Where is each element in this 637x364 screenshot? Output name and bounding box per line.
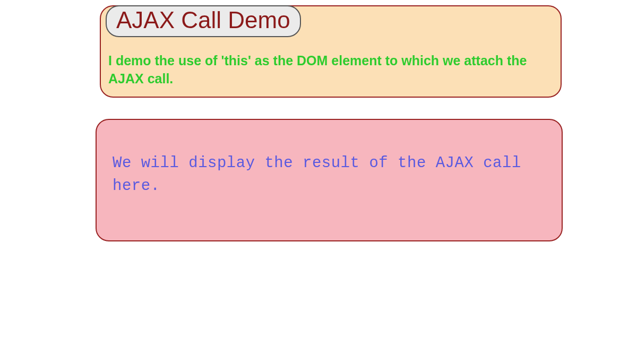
result-panel: We will display the result of the AJAX c… [96,119,563,241]
page-container: AJAX Call Demo I demo the use of 'this' … [100,5,562,241]
result-text: We will display the result of the AJAX c… [113,152,546,198]
page-title: AJAX Call Demo [116,7,290,33]
header-panel: AJAX Call Demo I demo the use of 'this' … [100,5,562,98]
header-description: I demo the use of 'this' as the DOM elem… [106,52,555,88]
title-badge: AJAX Call Demo [106,5,301,37]
